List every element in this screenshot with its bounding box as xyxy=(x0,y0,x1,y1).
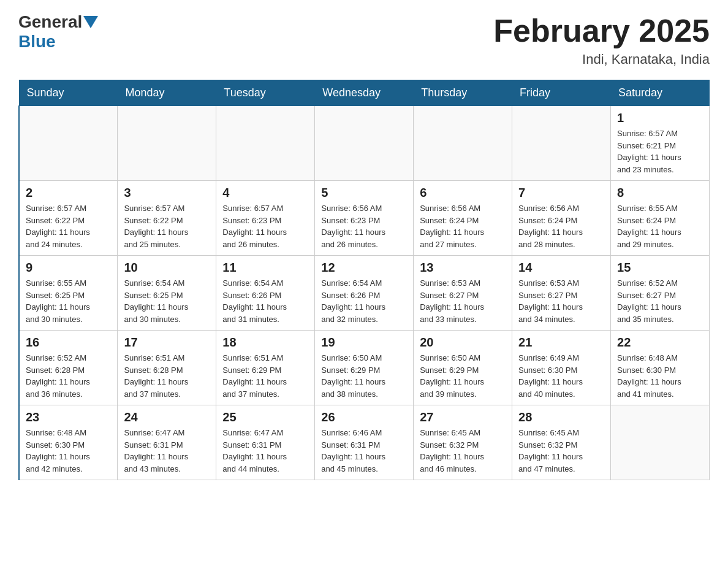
day-info: Sunrise: 6:56 AM Sunset: 6:24 PM Dayligh… xyxy=(518,202,604,250)
day-number: 10 xyxy=(124,261,210,275)
day-info: Sunrise: 6:50 AM Sunset: 6:29 PM Dayligh… xyxy=(321,352,407,400)
calendar-cell: 5Sunrise: 6:56 AM Sunset: 6:23 PM Daylig… xyxy=(315,181,414,256)
calendar-cell: 26Sunrise: 6:46 AM Sunset: 6:31 PM Dayli… xyxy=(315,405,414,480)
day-info: Sunrise: 6:52 AM Sunset: 6:28 PM Dayligh… xyxy=(26,352,111,400)
day-info: Sunrise: 6:53 AM Sunset: 6:27 PM Dayligh… xyxy=(420,277,506,325)
calendar-cell: 9Sunrise: 6:55 AM Sunset: 6:25 PM Daylig… xyxy=(19,256,118,331)
day-number: 15 xyxy=(617,261,703,275)
day-info: Sunrise: 6:57 AM Sunset: 6:23 PM Dayligh… xyxy=(222,202,308,250)
calendar-cell xyxy=(315,106,414,181)
day-number: 26 xyxy=(321,410,407,424)
day-number: 6 xyxy=(420,186,506,200)
logo-triangle-icon xyxy=(83,16,98,28)
calendar-week-row: 23Sunrise: 6:48 AM Sunset: 6:30 PM Dayli… xyxy=(19,405,710,480)
day-info: Sunrise: 6:48 AM Sunset: 6:30 PM Dayligh… xyxy=(617,352,703,400)
weekday-header-wednesday: Wednesday xyxy=(315,80,414,106)
calendar-cell xyxy=(216,106,315,181)
calendar-cell: 17Sunrise: 6:51 AM Sunset: 6:28 PM Dayli… xyxy=(118,331,216,405)
page-header: General Blue February 2025 Indi, Karnata… xyxy=(18,12,710,67)
calendar-cell: 23Sunrise: 6:48 AM Sunset: 6:30 PM Dayli… xyxy=(19,405,118,480)
day-info: Sunrise: 6:56 AM Sunset: 6:23 PM Dayligh… xyxy=(321,202,407,250)
day-info: Sunrise: 6:55 AM Sunset: 6:24 PM Dayligh… xyxy=(617,202,703,250)
day-number: 8 xyxy=(617,186,703,200)
day-info: Sunrise: 6:51 AM Sunset: 6:28 PM Dayligh… xyxy=(124,352,210,400)
day-info: Sunrise: 6:56 AM Sunset: 6:24 PM Dayligh… xyxy=(420,202,506,250)
day-info: Sunrise: 6:57 AM Sunset: 6:21 PM Dayligh… xyxy=(617,128,703,175)
calendar-cell xyxy=(512,106,611,181)
weekday-header-friday: Friday xyxy=(512,80,611,106)
calendar-cell: 8Sunrise: 6:55 AM Sunset: 6:24 PM Daylig… xyxy=(611,181,710,256)
day-number: 24 xyxy=(124,410,210,424)
day-number: 22 xyxy=(617,335,703,350)
weekday-header-tuesday: Tuesday xyxy=(216,80,315,106)
calendar-cell xyxy=(19,106,118,181)
day-number: 20 xyxy=(420,335,506,350)
day-info: Sunrise: 6:51 AM Sunset: 6:29 PM Dayligh… xyxy=(222,352,308,400)
calendar-cell: 20Sunrise: 6:50 AM Sunset: 6:29 PM Dayli… xyxy=(414,331,512,405)
logo: General Blue xyxy=(18,12,99,52)
day-number: 19 xyxy=(321,335,407,350)
calendar-cell: 27Sunrise: 6:45 AM Sunset: 6:32 PM Dayli… xyxy=(414,405,512,480)
weekday-header-monday: Monday xyxy=(118,80,216,106)
calendar-cell: 7Sunrise: 6:56 AM Sunset: 6:24 PM Daylig… xyxy=(512,181,611,256)
calendar-cell: 4Sunrise: 6:57 AM Sunset: 6:23 PM Daylig… xyxy=(216,181,315,256)
day-number: 21 xyxy=(518,335,604,350)
calendar-cell: 21Sunrise: 6:49 AM Sunset: 6:30 PM Dayli… xyxy=(512,331,611,405)
calendar-cell xyxy=(611,405,710,480)
day-number: 25 xyxy=(222,410,308,424)
day-number: 23 xyxy=(26,410,111,424)
day-info: Sunrise: 6:54 AM Sunset: 6:25 PM Dayligh… xyxy=(124,277,210,325)
day-info: Sunrise: 6:52 AM Sunset: 6:27 PM Dayligh… xyxy=(617,277,703,325)
day-info: Sunrise: 6:47 AM Sunset: 6:31 PM Dayligh… xyxy=(222,427,308,475)
day-info: Sunrise: 6:50 AM Sunset: 6:29 PM Dayligh… xyxy=(420,352,506,400)
calendar-cell: 1Sunrise: 6:57 AM Sunset: 6:21 PM Daylig… xyxy=(611,106,710,181)
day-info: Sunrise: 6:49 AM Sunset: 6:30 PM Dayligh… xyxy=(518,352,604,400)
day-number: 5 xyxy=(321,186,407,200)
calendar-cell: 3Sunrise: 6:57 AM Sunset: 6:22 PM Daylig… xyxy=(118,181,216,256)
day-info: Sunrise: 6:53 AM Sunset: 6:27 PM Dayligh… xyxy=(518,277,604,325)
calendar-cell xyxy=(414,106,512,181)
day-number: 2 xyxy=(26,186,111,200)
location-text: Indi, Karnataka, India xyxy=(493,52,710,67)
calendar-cell: 22Sunrise: 6:48 AM Sunset: 6:30 PM Dayli… xyxy=(611,331,710,405)
calendar-cell: 16Sunrise: 6:52 AM Sunset: 6:28 PM Dayli… xyxy=(19,331,118,405)
day-info: Sunrise: 6:48 AM Sunset: 6:30 PM Dayligh… xyxy=(26,427,111,475)
weekday-header-saturday: Saturday xyxy=(611,80,710,106)
calendar-week-row: 9Sunrise: 6:55 AM Sunset: 6:25 PM Daylig… xyxy=(19,256,710,331)
day-number: 1 xyxy=(617,111,703,125)
weekday-header-sunday: Sunday xyxy=(19,80,118,106)
day-number: 12 xyxy=(321,261,407,275)
day-number: 27 xyxy=(420,410,506,424)
day-info: Sunrise: 6:55 AM Sunset: 6:25 PM Dayligh… xyxy=(26,277,111,325)
calendar-cell: 11Sunrise: 6:54 AM Sunset: 6:26 PM Dayli… xyxy=(216,256,315,331)
calendar-cell: 19Sunrise: 6:50 AM Sunset: 6:29 PM Dayli… xyxy=(315,331,414,405)
calendar-cell: 2Sunrise: 6:57 AM Sunset: 6:22 PM Daylig… xyxy=(19,181,118,256)
calendar-cell: 14Sunrise: 6:53 AM Sunset: 6:27 PM Dayli… xyxy=(512,256,611,331)
weekday-header-thursday: Thursday xyxy=(414,80,512,106)
calendar-cell: 6Sunrise: 6:56 AM Sunset: 6:24 PM Daylig… xyxy=(414,181,512,256)
day-info: Sunrise: 6:47 AM Sunset: 6:31 PM Dayligh… xyxy=(124,427,210,475)
day-number: 11 xyxy=(222,261,308,275)
logo-blue-text: Blue xyxy=(18,32,56,51)
calendar-cell xyxy=(118,106,216,181)
day-info: Sunrise: 6:57 AM Sunset: 6:22 PM Dayligh… xyxy=(124,202,210,250)
day-number: 4 xyxy=(222,186,308,200)
day-number: 7 xyxy=(518,186,604,200)
title-block: February 2025 Indi, Karnataka, India xyxy=(493,12,710,67)
calendar-cell: 28Sunrise: 6:45 AM Sunset: 6:32 PM Dayli… xyxy=(512,405,611,480)
day-number: 18 xyxy=(222,335,308,350)
calendar-cell: 18Sunrise: 6:51 AM Sunset: 6:29 PM Dayli… xyxy=(216,331,315,405)
weekday-header-row: SundayMondayTuesdayWednesdayThursdayFrid… xyxy=(19,80,710,106)
day-number: 13 xyxy=(420,261,506,275)
day-number: 28 xyxy=(518,410,604,424)
day-number: 14 xyxy=(518,261,604,275)
calendar-week-row: 1Sunrise: 6:57 AM Sunset: 6:21 PM Daylig… xyxy=(19,106,710,181)
day-number: 17 xyxy=(124,335,210,350)
calendar-cell: 10Sunrise: 6:54 AM Sunset: 6:25 PM Dayli… xyxy=(118,256,216,331)
logo-general-text: General xyxy=(18,12,82,32)
day-info: Sunrise: 6:54 AM Sunset: 6:26 PM Dayligh… xyxy=(222,277,308,325)
calendar-cell: 24Sunrise: 6:47 AM Sunset: 6:31 PM Dayli… xyxy=(118,405,216,480)
day-info: Sunrise: 6:45 AM Sunset: 6:32 PM Dayligh… xyxy=(518,427,604,475)
day-info: Sunrise: 6:45 AM Sunset: 6:32 PM Dayligh… xyxy=(420,427,506,475)
calendar-cell: 25Sunrise: 6:47 AM Sunset: 6:31 PM Dayli… xyxy=(216,405,315,480)
